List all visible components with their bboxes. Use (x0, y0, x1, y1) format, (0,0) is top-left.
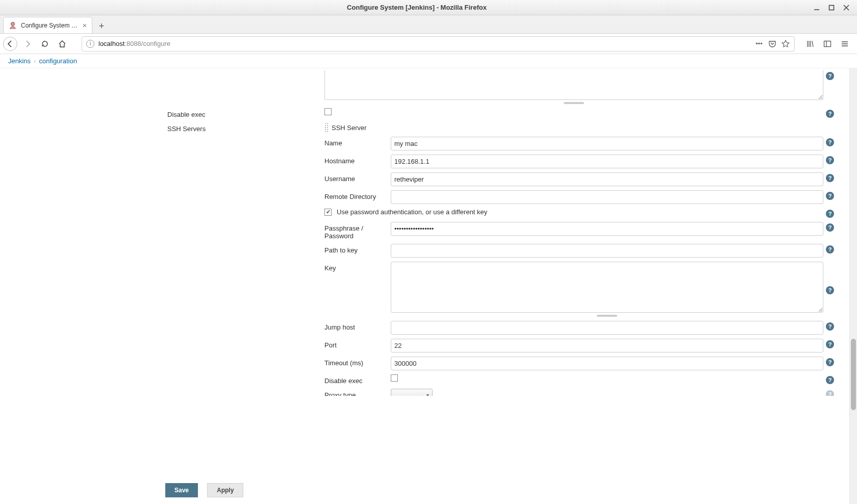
breadcrumb: Jenkins › configuration (0, 54, 857, 68)
scrollbar-track[interactable] (849, 68, 857, 504)
url-text: localhost:8088/configure (98, 40, 170, 47)
window-titlebar: Configure System [Jenkins] - Mozilla Fir… (0, 0, 857, 15)
previous-textarea[interactable] (324, 70, 823, 100)
remote-directory-input[interactable] (391, 190, 823, 204)
nav-home-button[interactable] (55, 37, 69, 51)
window-title: Configure System [Jenkins] - Mozilla Fir… (20, 4, 813, 11)
help-icon[interactable]: ? (826, 286, 834, 294)
label-name: Name (324, 137, 391, 147)
help-icon[interactable]: ? (826, 322, 834, 331)
library-icon[interactable] (803, 37, 817, 51)
help-icon[interactable]: ? (826, 110, 834, 118)
main-content: ? Disable exec ? SSH Servers SSH Server (0, 68, 857, 504)
new-tab-button[interactable]: + (94, 19, 109, 33)
tab-favicon-icon (9, 21, 17, 30)
label-disable-exec-inner: Disable exec (324, 374, 391, 385)
browser-tabstrip: Configure System [Jenkins] × + (0, 15, 857, 34)
label-jump-host: Jump host (324, 321, 391, 331)
label-path-to-key: Path to key (324, 244, 391, 254)
nav-forward-button[interactable] (20, 37, 35, 51)
help-icon[interactable]: ? (826, 245, 834, 254)
app-menu-icon[interactable] (838, 37, 852, 51)
browser-navbar: i localhost:8088/configure ••• (0, 34, 857, 54)
key-textarea[interactable] (391, 262, 823, 313)
label-username: Username (324, 172, 391, 183)
window-controls (813, 4, 857, 11)
label-ssh-servers: SSH Servers (167, 122, 324, 133)
help-icon[interactable]: ? (826, 376, 834, 384)
jump-host-input[interactable] (391, 321, 823, 335)
label-hostname: Hostname (324, 155, 391, 165)
disable-exec-checkbox[interactable] (324, 108, 332, 115)
window-minimize-icon[interactable] (813, 4, 820, 11)
label-key: Key (324, 262, 391, 272)
svg-rect-5 (824, 41, 831, 46)
help-icon[interactable]: ? (826, 174, 834, 182)
label-remote-directory: Remote Directory (324, 190, 391, 200)
name-input[interactable] (391, 137, 823, 150)
timeout-input[interactable] (391, 357, 823, 370)
passphrase-input[interactable] (391, 222, 823, 236)
site-info-icon[interactable]: i (86, 40, 94, 48)
label-port: Port (324, 339, 391, 349)
hostname-input[interactable] (391, 155, 823, 168)
help-icon[interactable]: ? (826, 72, 834, 80)
path-to-key-input[interactable] (391, 244, 823, 258)
resize-handle-icon[interactable] (597, 315, 617, 317)
tab-close-icon[interactable]: × (83, 21, 87, 30)
label-timeout: Timeout (ms) (324, 357, 391, 367)
sidebar-toggle-icon[interactable] (820, 37, 835, 51)
help-icon[interactable]: ? (826, 390, 834, 396)
username-input[interactable] (391, 172, 823, 186)
svg-rect-1 (829, 5, 834, 10)
nav-back-button[interactable] (3, 37, 17, 51)
proxy-type-select[interactable]: ▾ (391, 389, 433, 396)
label-disable-exec: Disable exec (167, 108, 324, 118)
help-icon[interactable]: ? (826, 138, 834, 146)
svg-point-4 (11, 22, 15, 26)
label-use-password-auth: Use password authentication, or use a di… (337, 208, 487, 216)
help-icon[interactable]: ? (826, 210, 834, 218)
window-close-icon[interactable] (843, 4, 850, 11)
ssh-server-heading: SSH Server (332, 124, 367, 132)
use-password-auth-checkbox[interactable] (324, 209, 332, 216)
label-passphrase: Passphrase / Password (324, 222, 391, 240)
help-icon[interactable]: ? (826, 192, 834, 200)
drag-handle-icon[interactable] (324, 122, 329, 133)
disable-exec-inner-checkbox[interactable] (391, 374, 398, 382)
port-input[interactable] (391, 339, 823, 352)
save-button[interactable]: Save (165, 483, 198, 497)
breadcrumb-jenkins[interactable]: Jenkins (8, 57, 31, 65)
nav-reload-button[interactable] (38, 37, 52, 51)
resize-handle-icon[interactable] (564, 102, 584, 104)
url-bar[interactable]: i localhost:8088/configure ••• (82, 36, 795, 52)
breadcrumb-configuration[interactable]: configuration (39, 57, 77, 65)
tab-title: Configure System [Jenkins] (21, 22, 79, 29)
page-actions-icon[interactable]: ••• (754, 39, 764, 48)
help-icon[interactable]: ? (826, 358, 834, 366)
bookmark-star-icon[interactable] (781, 39, 790, 48)
form-footer: Save Apply (0, 476, 849, 504)
browser-tab[interactable]: Configure System [Jenkins] × (3, 17, 92, 33)
pocket-icon[interactable] (768, 39, 777, 48)
breadcrumb-separator-icon: › (34, 57, 36, 65)
help-icon[interactable]: ? (826, 156, 834, 164)
label-proxy-type: Proxy type (324, 389, 391, 396)
scrollbar-thumb[interactable] (851, 339, 856, 410)
window-maximize-icon[interactable] (828, 4, 835, 11)
help-icon[interactable]: ? (826, 340, 834, 348)
apply-button[interactable]: Apply (207, 483, 243, 497)
chevron-down-icon: ▾ (426, 392, 429, 396)
help-icon[interactable]: ? (826, 223, 834, 232)
